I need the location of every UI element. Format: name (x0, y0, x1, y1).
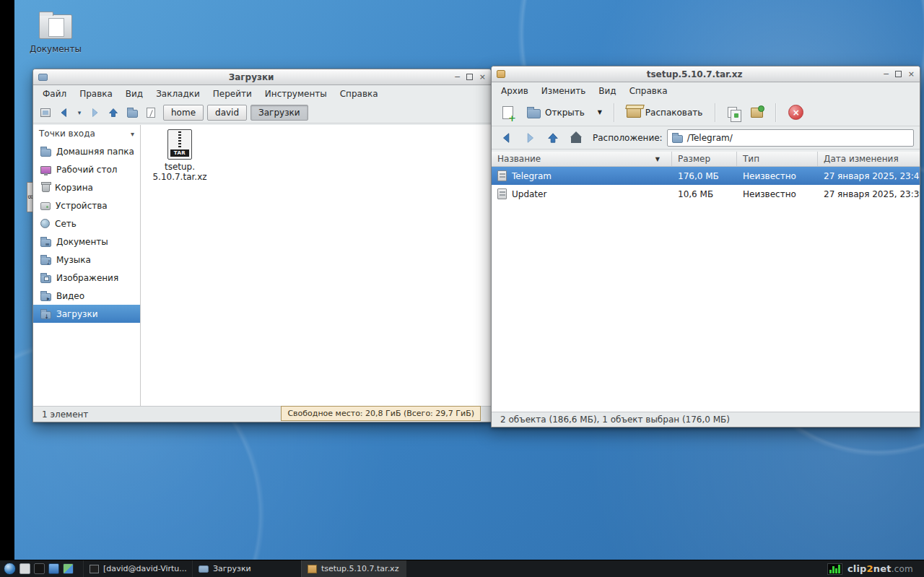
menu-go[interactable]: Перейти (207, 87, 258, 101)
sidebar-item-label: Домашняя папка (56, 147, 134, 157)
trash-icon (42, 183, 50, 192)
column-label: Дата изменения (824, 154, 899, 164)
sidebar-item-network[interactable]: Сеть (33, 214, 140, 233)
browser-launcher-icon[interactable] (4, 563, 16, 575)
table-row-updater[interactable]: Updater 10,6 МБ Неизвестно 27 января 202… (492, 185, 920, 203)
archive-manager-titlebar[interactable]: tsetup.5.10.7.tar.xz ─ × (492, 66, 920, 82)
back-button[interactable] (56, 104, 73, 121)
menu-view[interactable]: Вид (120, 87, 149, 101)
stop-button[interactable]: × (783, 102, 809, 123)
menu-help[interactable]: Справка (334, 87, 384, 101)
breadcrumb-david[interactable]: david (207, 105, 247, 121)
forward-button[interactable] (86, 104, 103, 121)
file-icon (497, 170, 507, 181)
up-arrow-icon (108, 107, 119, 118)
back-button[interactable] (497, 129, 516, 147)
file-name-line1: tsetup. (152, 162, 206, 173)
extract-button[interactable]: Распаковать (621, 102, 708, 123)
sidebar-item-desktop[interactable]: Рабочий стол (33, 160, 140, 178)
breadcrumb-home[interactable]: home (163, 105, 204, 121)
column-header-modified[interactable]: Дата изменения (818, 152, 920, 166)
media-launcher-icon[interactable] (63, 563, 74, 574)
toolbar-separator (614, 103, 614, 122)
desktop-icon-documents[interactable]: Документы (22, 14, 90, 54)
copy-button[interactable] (722, 102, 743, 123)
sidebar-item-label: Рабочий стол (56, 165, 117, 175)
minimize-button[interactable]: ─ (884, 70, 889, 78)
places-sidebar: Точки входа ▾ Домашняя папка Рабочий сто… (33, 125, 141, 406)
menu-view[interactable]: Вид (593, 84, 622, 98)
open-archive-button[interactable]: Открыть (521, 102, 590, 123)
column-header-type[interactable]: Тип (737, 152, 818, 166)
archive-manager-toolbar: Открыть ▼ Распаковать × (492, 99, 920, 126)
sidebar-item-music[interactable]: Музыка (33, 251, 140, 269)
sidebar-item-documents[interactable]: Документы (33, 233, 140, 251)
minimize-button[interactable]: ─ (455, 73, 460, 81)
task-button-archive[interactable]: tsetup.5.10.7.tar.xz (301, 560, 406, 577)
column-label: Тип (743, 154, 759, 164)
show-desktop-icon[interactable] (19, 563, 30, 574)
file-manager-launcher-icon[interactable] (48, 563, 59, 574)
file-list-area[interactable]: TAR tsetup. 5.10.7.tar.xz (141, 125, 491, 406)
sidebar-item-label: Видео (56, 291, 84, 301)
terminal-launcher-icon[interactable] (34, 563, 45, 574)
sidebar-header[interactable]: Точки входа ▾ (33, 125, 140, 142)
sidebar-item-home[interactable]: Домашняя папка (33, 142, 140, 160)
home-button[interactable] (567, 129, 585, 147)
breadcrumb-label: david (215, 108, 239, 118)
dropdown-arrow-icon: ▼ (598, 109, 602, 116)
menu-bookmarks[interactable]: Закладки (150, 87, 206, 101)
selection-summary-text: 2 объекта (186,6 МБ), 1 объект выбран (1… (500, 415, 730, 425)
cell-text: 176,0 МБ (678, 171, 719, 181)
sidebar-item-video[interactable]: Видео (33, 287, 140, 305)
forward-button[interactable] (520, 129, 539, 147)
forward-arrow-icon (89, 107, 100, 118)
task-button-terminal[interactable]: [david@david-Virtu... (83, 560, 188, 577)
column-label: Название (497, 154, 541, 164)
file-manager-titlebar[interactable]: Загрузки ─ × (33, 69, 491, 85)
maximize-button[interactable] (895, 71, 902, 77)
column-header-name[interactable]: Название ▼ (492, 152, 672, 166)
stop-x-glyph: × (793, 108, 800, 117)
sidebar-item-trash[interactable]: Корзина (33, 178, 140, 196)
menu-archive[interactable]: Архив (495, 84, 534, 98)
close-button[interactable]: × (479, 73, 486, 81)
menu-edit[interactable]: Правка (74, 87, 118, 101)
menu-edit[interactable]: Изменить (536, 84, 592, 98)
clip2net-tray-chart-icon[interactable] (827, 563, 842, 575)
sidebar-item-devices[interactable]: Устройства (33, 196, 140, 214)
sidebar-item-images[interactable]: Изображения (33, 269, 140, 287)
column-header-size[interactable]: Размер (672, 152, 737, 166)
home-button[interactable] (123, 104, 141, 121)
open-dropdown-button[interactable]: ▼ (593, 102, 607, 123)
cell-type: Неизвестно (737, 171, 818, 181)
new-window-button[interactable] (37, 104, 54, 121)
history-dropdown-button[interactable]: ▾ (74, 104, 84, 121)
new-archive-icon (502, 106, 513, 119)
copy-icon (728, 107, 737, 118)
add-to-archive-button[interactable] (745, 102, 769, 123)
breadcrumb-downloads[interactable]: Загрузки (250, 105, 308, 121)
up-arrow-icon (546, 131, 559, 144)
cell-text: 10,6 МБ (678, 189, 713, 199)
location-input[interactable]: /Telegram/ (667, 129, 914, 147)
desktop-icon-label: Документы (22, 44, 90, 54)
up-button[interactable] (544, 129, 562, 147)
cell-size: 10,6 МБ (672, 189, 737, 199)
documents-folder-icon (40, 239, 51, 247)
menu-file[interactable]: Файл (37, 87, 72, 101)
menu-help[interactable]: Справка (624, 84, 674, 98)
archive-manager-menubar: Архив Изменить Вид Справка (492, 82, 920, 99)
menu-tools[interactable]: Инструменты (259, 87, 333, 101)
task-button-downloads[interactable]: Загрузки (192, 560, 297, 577)
table-row-telegram[interactable]: Telegram 176,0 МБ Неизвестно 27 января 2… (492, 167, 920, 185)
sidebar-item-downloads[interactable]: Загрузки (33, 305, 140, 323)
up-button[interactable] (105, 104, 122, 121)
location-toggle-button[interactable] (142, 104, 160, 121)
maximize-button[interactable] (466, 74, 473, 80)
new-archive-button[interactable] (497, 102, 519, 123)
file-item-tsetup[interactable]: TAR tsetup. 5.10.7.tar.xz (151, 129, 209, 183)
task-button-label: Загрузки (213, 564, 251, 573)
close-button[interactable]: × (908, 70, 915, 78)
breadcrumb-label: home (171, 108, 196, 118)
